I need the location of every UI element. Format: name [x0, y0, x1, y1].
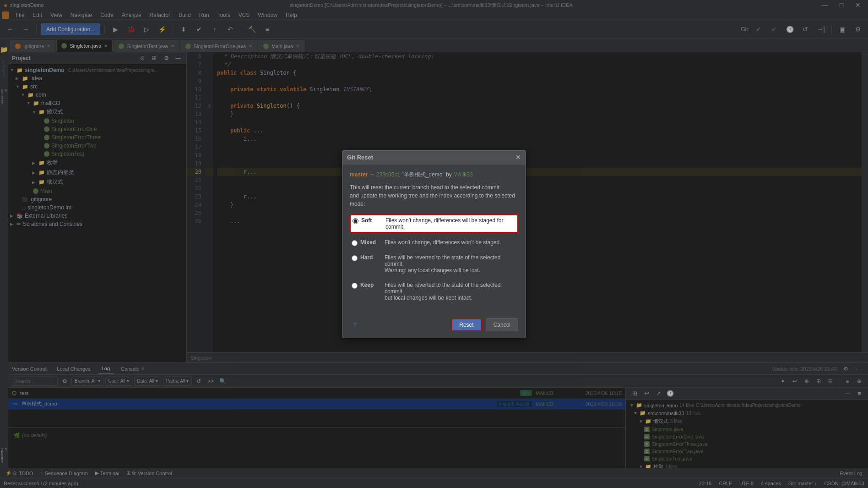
dialog-footer: ? Reset Cancel	[342, 314, 526, 338]
dialog-option-hard-text-container: Files will be reverted to the state of t…	[385, 254, 516, 274]
dialog-overlay: Git Reset ✕ master → 233c05c1 "单例模式_demo…	[0, 0, 868, 488]
dialog-commit-line: master → 233c05c1 "单例模式_demo" by MAllk33	[350, 171, 518, 179]
dialog-radio-hard[interactable]	[352, 255, 358, 261]
dialog-option-hard[interactable]: Hard Files will be reverted to the state…	[350, 252, 518, 275]
dialog-option-keep-text-container: Files will be reverted to the state of t…	[385, 282, 516, 301]
dialog-option-mixed-text: Files won't change, differences won't be…	[385, 239, 516, 246]
dialog-title-bar: Git Reset ✕	[342, 151, 526, 164]
dialog-option-mixed-label: Mixed	[360, 239, 381, 246]
dialog-body: master → 233c05c1 "单例模式_demo" by MAllk33…	[342, 164, 526, 314]
dialog-option-hard-text2: Warning: any local changes will be lost.	[385, 267, 516, 274]
git-reset-dialog: Git Reset ✕ master → 233c05c1 "单例模式_demo…	[342, 150, 526, 338]
dialog-radio-keep[interactable]	[352, 283, 358, 289]
dialog-close-button[interactable]: ✕	[515, 154, 521, 161]
dialog-option-keep-label: Keep	[360, 282, 381, 288]
dialog-commit-id: 233c05c1	[376, 171, 400, 178]
dialog-cancel-button[interactable]: Cancel	[486, 318, 518, 331]
dialog-option-soft[interactable]: Soft Files won't change, differences wil…	[350, 214, 518, 233]
dialog-option-hard-text1: Files will be reverted to the state of t…	[385, 254, 516, 267]
dialog-radio-mixed[interactable]	[352, 240, 358, 246]
dialog-radio-soft[interactable]	[353, 218, 358, 224]
dialog-option-mixed[interactable]: Mixed Files won't change, differences wo…	[350, 237, 518, 248]
dialog-description: This will reset the current branch head …	[350, 183, 518, 208]
dialog-commit-msg: "单例模式_demo"	[401, 171, 444, 178]
dialog-option-keep[interactable]: Keep Files will be reverted to the state…	[350, 280, 518, 303]
dialog-option-soft-text: Files won't change, differences will be …	[385, 217, 515, 230]
dialog-option-hard-label: Hard	[360, 254, 381, 261]
dialog-option-soft-label: Soft	[361, 217, 382, 224]
dialog-commit-author: MAllk33	[453, 171, 473, 178]
dialog-title-label: Git Reset	[347, 154, 373, 161]
dialog-option-keep-text1: Files will be reverted to the state of t…	[385, 282, 516, 295]
dialog-master-tag: master	[350, 171, 368, 178]
dialog-option-keep-text2: but local changes will be kept intact.	[385, 295, 516, 301]
dialog-reset-button[interactable]: Reset	[451, 318, 482, 331]
dialog-help-button[interactable]: ?	[350, 320, 360, 330]
